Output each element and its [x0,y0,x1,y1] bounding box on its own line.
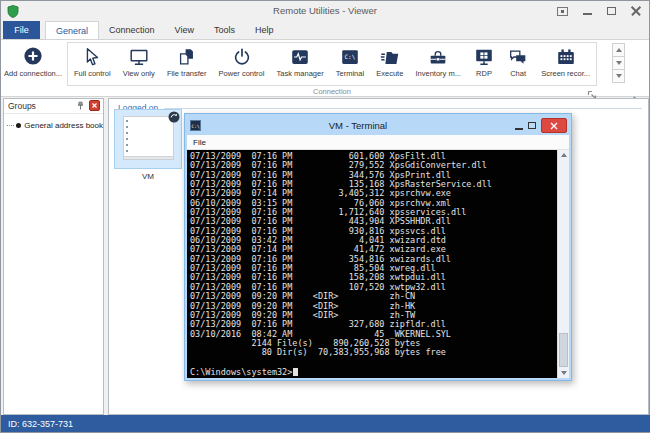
task-manager-button[interactable]: Task manager [276,45,325,79]
tree-bullet-icon [16,123,21,128]
button-label: Inventory m... [415,69,460,78]
terminal-button[interactable]: C:\ Terminal [335,45,365,79]
pin-icon[interactable] [76,97,85,115]
add-connection-icon [22,45,44,67]
button-label: Chat [510,69,526,78]
scroll-down-icon[interactable] [558,368,569,378]
power-control-button[interactable]: Power control [218,45,266,79]
groups-panel: Groups General address book [3,98,104,415]
full-control-button[interactable]: Full control [73,45,112,79]
chat-button[interactable]: Chat [506,45,530,79]
terminal-menu-file[interactable]: File [193,138,206,147]
section-divider [164,108,642,109]
tab-general[interactable]: General [45,21,99,39]
view-only-button[interactable]: View only [122,45,156,79]
add-connection-button[interactable]: Add connection... [4,43,62,93]
button-label: View only [123,69,155,78]
add-connection-label: Add connection... [4,69,62,78]
terminal-prompt-row: C:\Windows\system32> [190,367,557,377]
command-prompt-icon: C:\ [339,46,361,68]
connection-name: VM [114,172,182,181]
monitor-icon [128,46,150,68]
tab-file[interactable]: File [3,21,40,39]
ribbon: Add connection... Full control View only… [1,39,649,97]
screen-recorder-button[interactable]: Screen recor... [540,45,591,79]
terminal-cursor [293,368,298,376]
file-transfer-button[interactable]: File transfer [166,45,208,79]
thumbnail-taskbar [124,156,173,159]
ribbon-scroll-up-icon[interactable] [612,43,625,57]
tree-branch-line [7,125,14,126]
app-window: Remote Utilities - Viewer File General C… [0,0,650,433]
power-icon [231,46,253,68]
button-label: File transfer [167,69,207,78]
terminal-window-title: VM - Terminal [201,120,515,131]
cursor-icon [81,46,103,68]
terminal-app-icon: C:\ [190,117,201,135]
statusbar: ID: 632-357-731 [1,415,650,432]
terminal-menubar: File [187,135,569,150]
ribbon-scroll-strip [612,43,625,82]
groups-panel-title: Groups [8,101,72,111]
ribbon-group-label: Connection [67,87,597,96]
terminal-maximize-button[interactable] [528,122,536,129]
tab-tools[interactable]: Tools [204,21,245,39]
minimize-button[interactable] [583,13,592,15]
window-title: Remote Utilities - Viewer [1,1,649,21]
ribbon-tab-row: File General Connection View Tools Help [1,21,649,39]
button-label: Terminal [336,69,364,78]
chat-bubbles-icon [507,46,529,68]
connection-vm-card[interactable] [114,109,182,169]
terminal-output: 07/13/2009 07:16 PM 601,600 XpsFilt.dll … [190,152,557,358]
button-label: Task manager [277,69,324,78]
logged-on-header: Logged on [118,102,642,113]
pulse-icon [289,46,311,68]
connection-group: Full control View only File transfer Pow… [67,42,597,86]
tree-item-general-address-book[interactable]: General address book [7,119,103,131]
button-label: RDP [476,69,492,78]
terminal-prompt: C:\Windows\system32> [190,367,292,377]
button-label: Power control [219,69,265,78]
maximize-button[interactable] [607,7,616,15]
tab-view[interactable]: View [165,21,204,39]
button-label: Full control [74,69,111,78]
groups-panel-header: Groups [4,99,103,114]
tab-help[interactable]: Help [245,21,284,39]
titlebar: Remote Utilities - Viewer [1,1,649,21]
execute-button[interactable]: Execute [375,45,404,79]
groups-tree: General address book [4,114,103,131]
scroll-up-icon[interactable] [558,150,569,160]
svg-text:C:\: C:\ [192,123,200,128]
tab-connection[interactable]: Connection [99,21,165,39]
close-button[interactable] [631,6,641,16]
rdp-button[interactable]: RDP [472,45,496,79]
ribbon-scroll-down-icon[interactable] [612,56,625,70]
button-label: Execute [376,69,403,78]
recorder-grid-icon [555,46,577,68]
svg-text:C:\: C:\ [344,53,355,60]
terminal-minimize-button[interactable] [515,128,523,130]
button-label: Screen recor... [541,69,590,78]
terminal-titlebar[interactable]: C:\ VM - Terminal [187,116,569,135]
vm-desktop-thumbnail [123,116,174,160]
rdp-monitor-icon [473,46,495,68]
toolbox-icon [427,46,449,68]
connection-status-icon [168,109,180,121]
thumbnail-desktop-icons [126,120,128,152]
terminal-close-button[interactable] [541,118,567,133]
statusbar-id: ID: 632-357-731 [8,419,73,429]
run-folder-icon [379,46,401,68]
tree-item-label: General address book [24,121,103,130]
terminal-scrollbar[interactable] [557,150,569,378]
ribbon-scroll-more-icon[interactable] [612,69,625,83]
terminal-window: C:\ VM - Terminal File 07/13/2009 07:16 … [184,113,572,381]
help-icon[interactable] [557,7,568,16]
inventory-manager-button[interactable]: Inventory m... [414,45,461,79]
terminal-screen[interactable]: 07/13/2009 07:16 PM 601,600 XpsFilt.dll … [187,150,557,378]
close-panel-icon[interactable] [89,97,100,115]
scrollbar-thumb[interactable] [559,333,568,367]
files-icon [176,46,198,68]
